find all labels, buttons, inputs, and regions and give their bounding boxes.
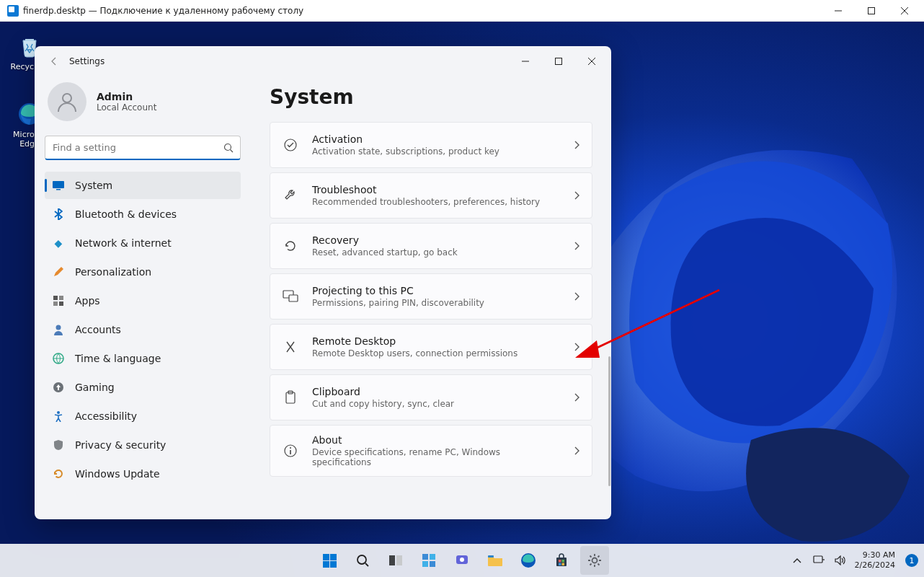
svg-rect-34 [389, 555, 395, 565]
tile-clipboard[interactable]: ClipboardCut and copy history, sync, cle… [270, 374, 592, 420]
nav-privacy[interactable]: Privacy & security [45, 431, 241, 459]
tray-date: 2/26/2024 [855, 560, 895, 571]
svg-rect-16 [53, 301, 58, 306]
taskbar[interactable]: 9:30 AM 2/26/2024 1 [0, 544, 924, 577]
settings-taskbar-button[interactable] [580, 546, 609, 575]
clock[interactable]: 9:30 AM 2/26/2024 [855, 550, 895, 571]
nav-label: Personalization [75, 266, 151, 278]
svg-rect-37 [430, 554, 435, 560]
nav-personalization[interactable]: Personalization [45, 258, 241, 286]
nav-label: Bluetooth & devices [75, 208, 177, 220]
settings-minimize-button[interactable] [509, 50, 542, 73]
nav-label: Accessibility [75, 410, 137, 422]
settings-window: Settings Admin Local Account [35, 46, 611, 519]
store-button[interactable] [547, 546, 576, 575]
nav-label: Privacy & security [75, 439, 166, 451]
settings-titlebar[interactable]: Settings [35, 46, 611, 76]
nav-label: Apps [75, 295, 100, 307]
search-input[interactable] [45, 136, 241, 160]
svg-point-21 [57, 411, 60, 414]
nav-windows-update[interactable]: Windows Update [45, 460, 241, 488]
wifi-icon: ◆ [52, 237, 65, 250]
tile-sub: Permissions, pairing PIN, discoverabilit… [312, 298, 560, 308]
rdp-title: finerdp.desktp — Подключение к удаленном… [23, 6, 303, 16]
svg-rect-35 [396, 555, 402, 565]
clipboard-icon [282, 390, 299, 405]
back-button[interactable] [43, 50, 65, 72]
nav-apps[interactable]: Apps [45, 287, 241, 314]
widgets-button[interactable] [414, 546, 443, 575]
bluetooth-icon [52, 208, 65, 221]
nav: System Bluetooth & devices ◆ Network & i… [45, 172, 241, 488]
tile-sub: Activation state, subscriptions, product… [312, 146, 560, 157]
svg-rect-39 [430, 561, 435, 567]
nav-system[interactable]: System [45, 172, 241, 199]
svg-point-9 [63, 94, 71, 102]
svg-point-10 [225, 144, 231, 151]
tray-chevron-up-icon[interactable] [790, 553, 804, 568]
svg-rect-15 [59, 296, 63, 300]
update-icon [52, 467, 65, 480]
svg-point-28 [290, 447, 291, 449]
nav-bluetooth[interactable]: Bluetooth & devices [45, 201, 241, 228]
nav-label: Gaming [75, 382, 115, 393]
nav-accessibility[interactable]: Accessibility [45, 402, 241, 430]
file-explorer-button[interactable] [481, 546, 510, 575]
volume-icon[interactable] [833, 553, 848, 568]
chevron-right-icon [573, 392, 580, 402]
chevron-right-icon [573, 291, 580, 301]
remote-desktop-icon [282, 340, 299, 354]
svg-point-22 [285, 139, 296, 151]
page-title: System [270, 85, 592, 109]
network-icon[interactable] [812, 553, 826, 568]
svg-line-11 [231, 150, 234, 153]
svg-rect-24 [289, 295, 298, 301]
svg-point-41 [460, 558, 464, 562]
tile-troubleshoot[interactable]: TroubleshootRecommended troubleshooters,… [270, 172, 592, 219]
rdp-window: finerdp.desktp — Подключение к удаленном… [0, 0, 924, 577]
tile-sub: Remote Desktop users, connection permiss… [312, 348, 560, 358]
svg-rect-47 [559, 563, 561, 566]
rdp-minimize-button[interactable] [822, 0, 855, 22]
tile-title: Remote Desktop [312, 335, 560, 347]
account-block[interactable]: Admin Local Account [45, 76, 241, 131]
tile-title: Activation [312, 133, 560, 145]
nav-time[interactable]: Time & language [45, 345, 241, 372]
chat-button[interactable] [448, 546, 476, 575]
settings-maximize-button[interactable] [542, 50, 575, 73]
edge-taskbar-button[interactable] [514, 546, 543, 575]
nav-network[interactable]: ◆ Network & internet [45, 229, 241, 257]
tile-title: Clipboard [312, 386, 560, 397]
search-box[interactable] [45, 136, 241, 160]
tile-projecting[interactable]: Projecting to this PCPermissions, pairin… [270, 273, 592, 320]
settings-app-title: Settings [69, 56, 105, 66]
settings-close-button[interactable] [575, 50, 608, 73]
system-tray[interactable]: 9:30 AM 2/26/2024 1 [790, 550, 918, 571]
sidebar: Admin Local Account System [35, 76, 251, 519]
nav-accounts[interactable]: Accounts [45, 316, 241, 343]
rdp-titlebar[interactable]: finerdp.desktp — Подключение к удаленном… [0, 0, 924, 22]
nav-label: Network & internet [75, 237, 172, 249]
svg-rect-36 [422, 554, 428, 560]
content-area[interactable]: System ActivationActivation state, subsc… [251, 76, 611, 519]
desktop[interactable]: Recycle... Micros... Edge Settings [0, 22, 924, 577]
rdp-maximize-button[interactable] [855, 0, 888, 22]
tile-sub: Device specifications, rename PC, Window… [312, 447, 560, 467]
task-view-button[interactable] [381, 546, 410, 575]
notification-badge[interactable]: 1 [905, 554, 918, 567]
tile-about[interactable]: AboutDevice specifications, rename PC, W… [270, 425, 592, 477]
nav-gaming[interactable]: Gaming [45, 374, 241, 401]
check-circle-icon [282, 138, 299, 152]
shield-icon [52, 439, 65, 452]
taskbar-search-button[interactable] [348, 546, 377, 575]
svg-rect-13 [56, 189, 61, 190]
rdp-close-button[interactable] [888, 0, 921, 22]
tile-recovery[interactable]: RecoveryReset, advanced startup, go back [270, 223, 592, 269]
chevron-right-icon [573, 140, 580, 150]
scrollbar[interactable] [608, 356, 610, 515]
start-button[interactable] [315, 546, 344, 575]
tile-activation[interactable]: ActivationActivation state, subscription… [270, 122, 592, 168]
tile-sub: Recommended troubleshooters, preferences… [312, 197, 560, 207]
tile-remote-desktop[interactable]: Remote DesktopRemote Desktop users, conn… [270, 324, 592, 370]
svg-point-32 [357, 555, 366, 564]
